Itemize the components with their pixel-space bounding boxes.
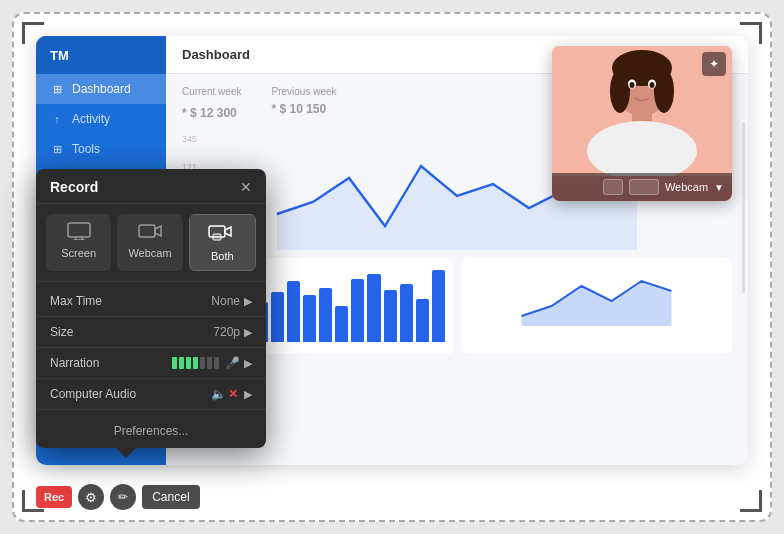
max-time-row: Max Time None ▶	[36, 286, 266, 317]
bar-13	[384, 290, 397, 342]
stat-prefix: *	[182, 106, 190, 120]
gear-button[interactable]: ⚙	[78, 484, 104, 510]
preferences-button[interactable]: Preferences...	[36, 414, 266, 448]
max-time-chevron[interactable]: ▶	[244, 295, 252, 308]
screen-mode-label: Screen	[61, 247, 96, 259]
outer-frame: TM ⊞ Dashboard ↑ Activity ⊞ Tools ⊞ Anal…	[12, 12, 772, 522]
size-label: Size	[50, 325, 213, 339]
panel-tail	[116, 448, 136, 458]
narration-row: Narration 🎤 ▶	[36, 348, 266, 379]
sidebar-logo: TM	[36, 36, 166, 74]
sidebar-item-label: Activity	[72, 112, 110, 126]
max-time-label: Max Time	[50, 294, 211, 308]
bar-12	[367, 274, 380, 342]
edit-button[interactable]: ✏	[110, 484, 136, 510]
sidebar-item-activity[interactable]: ↑ Activity	[36, 104, 166, 134]
mode-webcam-button[interactable]: Webcam	[117, 214, 182, 271]
bar-seg-2	[179, 357, 184, 369]
wand-button[interactable]: ✦	[702, 52, 726, 76]
svg-rect-13	[68, 223, 90, 237]
webcam-dropdown-icon[interactable]: ▼	[714, 182, 724, 193]
webcam-mode-icon	[138, 222, 162, 243]
mode-buttons: Screen Webcam	[36, 204, 266, 282]
close-button[interactable]: ✕	[240, 180, 252, 194]
audio-chevron[interactable]: ▶	[244, 388, 252, 401]
max-time-value: None	[211, 294, 240, 308]
mode-screen-button[interactable]: Screen	[46, 214, 111, 271]
tools-icon: ⊞	[50, 142, 64, 156]
screen-icon	[67, 222, 91, 243]
webcam-cam-btn[interactable]	[629, 179, 659, 195]
bar-seg-4	[193, 357, 198, 369]
webcam-screen-btn[interactable]	[603, 179, 623, 195]
page-title: Dashboard	[182, 47, 250, 62]
webcam-label: Webcam	[665, 181, 708, 193]
size-chevron[interactable]: ▶	[244, 326, 252, 339]
bar-seg-7	[214, 357, 219, 369]
bar-seg-5	[200, 357, 205, 369]
stat-previous-week: Previous week * $ 10 150	[271, 86, 336, 122]
bar-14	[400, 284, 413, 342]
bar-10	[335, 306, 348, 342]
svg-rect-21	[213, 234, 221, 240]
bar-8	[303, 295, 316, 342]
stat-previous-week-value: * $ 10 150	[271, 99, 336, 117]
svg-marker-18	[155, 226, 161, 236]
size-value: 720p	[213, 325, 240, 339]
sidebar-item-label: Dashboard	[72, 82, 131, 96]
both-svg	[208, 223, 236, 243]
y-label-1: 345	[182, 134, 197, 144]
logo-text: TM	[50, 48, 69, 63]
speaker-icon: 🔈	[211, 387, 226, 401]
scrollbar[interactable]	[742, 122, 745, 294]
bar-15	[416, 299, 429, 342]
bottom-toolbar: Rec ⚙ ✏ Cancel	[36, 484, 200, 510]
svg-marker-1	[522, 281, 672, 326]
mode-both-button[interactable]: Both	[189, 214, 256, 271]
narration-chevron[interactable]: ▶	[244, 357, 252, 370]
svg-point-5	[610, 69, 630, 113]
stat-current-week-value: * $ 12 300	[182, 99, 241, 122]
record-title: Record	[50, 179, 98, 195]
cancel-button[interactable]: Cancel	[142, 485, 199, 509]
bar-16	[432, 270, 445, 342]
corner-br	[740, 490, 762, 512]
webcam-bottom-bar: Webcam ▼	[552, 173, 732, 201]
stat-previous-week-label: Previous week	[271, 86, 336, 97]
computer-audio-row: Computer Audio 🔈 ✕ ▶	[36, 379, 266, 410]
bar-seg-3	[186, 357, 191, 369]
sidebar-item-tools[interactable]: ⊞ Tools	[36, 134, 166, 164]
sidebar-item-dashboard[interactable]: ⊞ Dashboard	[36, 74, 166, 104]
record-panel: Record ✕ Screen	[36, 169, 266, 448]
screen-svg	[67, 222, 91, 240]
bar-seg-1	[172, 357, 177, 369]
webcam-mode-label: Webcam	[128, 247, 171, 259]
settings-rows: Max Time None ▶ Size 720p ▶ Narration	[36, 282, 266, 414]
svg-marker-20	[225, 227, 231, 236]
webcam-overlay: ✦ Webcam ▼	[552, 46, 732, 201]
mic-icon[interactable]: 🎤	[225, 356, 240, 370]
stat-current-week: Current week * $ 12 300	[182, 86, 241, 122]
mute-x-icon: ✕	[228, 387, 238, 401]
wand-icon: ✦	[709, 57, 719, 71]
area-chart-svg	[469, 266, 724, 326]
area-chart	[461, 258, 732, 354]
webcam-svg	[138, 222, 162, 240]
edit-icon: ✏	[118, 490, 128, 504]
stat-current-week-label: Current week	[182, 86, 241, 97]
bar-9	[319, 288, 332, 342]
bar-6	[271, 292, 284, 342]
dashboard-icon: ⊞	[50, 82, 64, 96]
svg-point-12	[650, 82, 655, 88]
narration-label: Narration	[50, 356, 172, 370]
bar-7	[287, 281, 300, 342]
rec-button[interactable]: Rec	[36, 486, 72, 508]
audio-muted-indicator: 🔈 ✕	[211, 387, 238, 401]
svg-point-6	[654, 69, 674, 113]
sidebar-item-label: Tools	[72, 142, 100, 156]
both-mode-label: Both	[211, 250, 234, 262]
bar-seg-6	[207, 357, 212, 369]
record-header: Record ✕	[36, 169, 266, 204]
size-row: Size 720p ▶	[36, 317, 266, 348]
both-mode-icon	[208, 223, 236, 246]
